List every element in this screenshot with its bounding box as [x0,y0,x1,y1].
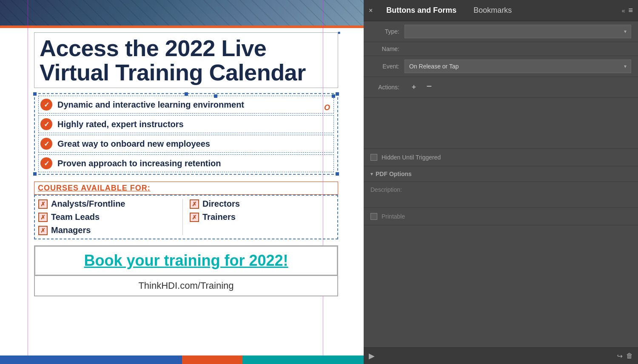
checklist-text-2: Great way to onboard new employees [57,139,210,149]
undo-icon[interactable]: ↩ [617,352,623,360]
course-checkbox-2[interactable] [38,226,48,235]
handle-tm [185,92,188,96]
checklist-item-3[interactable]: Proven approach to increasing retention [38,154,334,172]
actions-row: Actions: + − [364,77,638,98]
handle-item-mid [214,94,217,98]
event-chevron-icon: ▾ [624,63,627,69]
panel-body: Type: ▾ Name: Event: On Release or Tap ▾… [364,21,638,347]
checklist-item-2[interactable]: Great way to onboard new employees [38,135,334,153]
hidden-trigger-label: Hidden Until Triggered [382,154,441,161]
course-text-0: Analysts/Frontline [51,199,125,209]
header-image [0,0,364,26]
trash-icon[interactable]: 🗑 [626,352,633,360]
actions-label: Actions: [370,84,404,91]
italic-o-marker: O [324,103,330,112]
bottom-blue [0,355,182,364]
pdf-options-chevron-icon: ▾ [370,171,373,177]
bottom-orange [182,355,243,364]
main-title: Access the 2022 Live Virtual Training Ca… [40,36,333,84]
course-checkbox-1[interactable] [38,213,48,222]
cta-section[interactable]: Book your training for 2022! ThinkHDI.co… [34,245,338,296]
checklist-container[interactable]: Dynamic and interactive learning environ… [34,93,338,175]
course-checkbox-3[interactable] [190,199,199,209]
check-icon-0 [40,99,52,111]
course-item-3: Directors [190,199,334,209]
hidden-trigger-checkbox[interactable] [370,154,377,161]
cta-url: ThinkHDI.com/Training [138,280,234,291]
event-row: Event: On Release or Tap ▾ [364,56,638,77]
course-text-1: Team Leads [51,212,100,222]
handle-tl [33,92,37,96]
pdf-options-row[interactable]: ▾ PDF Options [364,166,638,182]
courses-header: COURSES AVAILABLE FOR: [38,184,151,192]
check-icon-1 [40,118,52,130]
name-row: Name: [364,42,638,56]
actions-empty-area [364,98,638,149]
panel-menu-button[interactable]: ≡ [628,6,633,15]
document-canvas: Access the 2022 Live Virtual Training Ca… [0,0,364,364]
bottom-teal [242,355,364,364]
type-label: Type: [370,28,404,35]
course-text-4: Trainers [202,212,236,222]
courses-header-box[interactable]: COURSES AVAILABLE FOR: [34,182,338,195]
check-icon-3 [40,157,52,169]
cta-button-box[interactable]: Book your training for 2022! [34,246,338,276]
check-icon-2 [40,138,52,150]
printable-row: Printable [364,208,638,225]
handle-item-right [332,94,335,98]
handle-tr [336,92,339,96]
course-text-3: Directors [202,199,240,209]
name-label: Name: [370,46,404,52]
panel-header: × Buttons and Forms Bookmarks « ≡ [364,0,638,21]
description-row: Description: [364,182,638,208]
panel-tabs: Buttons and Forms Bookmarks [378,3,621,17]
panel-close-button[interactable]: × [369,7,373,14]
panel-footer: ▶ ↩ 🗑 [364,347,638,364]
description-input[interactable] [413,186,631,203]
courses-grid[interactable]: Analysts/Frontline Team Leads Managers D… [34,195,338,239]
preview-icon[interactable]: ▶ [369,351,375,361]
course-item-1: Team Leads [38,212,182,222]
course-text-2: Managers [51,225,91,235]
event-dropdown[interactable]: On Release or Tap ▾ [404,60,631,73]
description-label: Description: [370,186,413,193]
printable-checkbox[interactable] [370,213,377,220]
courses-column-left: Analysts/Frontline Team Leads Managers [38,199,182,235]
courses-section: COURSES AVAILABLE FOR: Analysts/Frontlin… [34,182,338,239]
title-box[interactable]: Access the 2022 Live Virtual Training Ca… [34,32,338,88]
handle-br [336,172,339,176]
checklist-item-0[interactable]: Dynamic and interactive learning environ… [38,96,334,114]
courses-column-right: Directors Trainers [182,199,334,235]
course-checkbox-0[interactable] [38,199,48,209]
printable-label: Printable [382,213,405,220]
cta-button-text[interactable]: Book your training for 2022! [84,252,288,269]
event-label: Event: [370,63,404,70]
cta-url-box: ThinkHDI.com/Training [34,276,338,296]
checklist-text-0: Dynamic and interactive learning environ… [57,100,244,110]
handle-bl [33,172,37,176]
event-value: On Release or Tap [409,63,459,70]
properties-panel: × Buttons and Forms Bookmarks « ≡ Type: … [364,0,638,364]
checklist-text-3: Proven approach to increasing retention [57,159,221,168]
type-chevron-icon: ▾ [624,28,627,34]
type-dropdown[interactable]: ▾ [404,25,631,38]
course-item-2: Managers [38,225,182,235]
add-action-button[interactable]: + [408,81,420,93]
type-row: Type: ▾ [364,21,638,42]
checklist-item-1[interactable]: Highly rated, expert instructors [38,115,334,133]
course-checkbox-4[interactable] [190,213,199,222]
course-item-4: Trainers [190,212,334,222]
tab-bookmarks[interactable]: Bookmarks [465,3,520,17]
bottom-bar [0,355,364,364]
pdf-options-label: PDF Options [376,171,412,177]
checklist-text-1: Highly rated, expert instructors [57,119,184,129]
panel-collapse-button[interactable]: « [622,7,625,14]
course-item-0: Analysts/Frontline [38,199,182,209]
remove-action-button[interactable]: − [423,81,435,93]
tab-buttons-and-forms[interactable]: Buttons and Forms [378,3,465,17]
hidden-trigger-row: Hidden Until Triggered [364,149,638,166]
